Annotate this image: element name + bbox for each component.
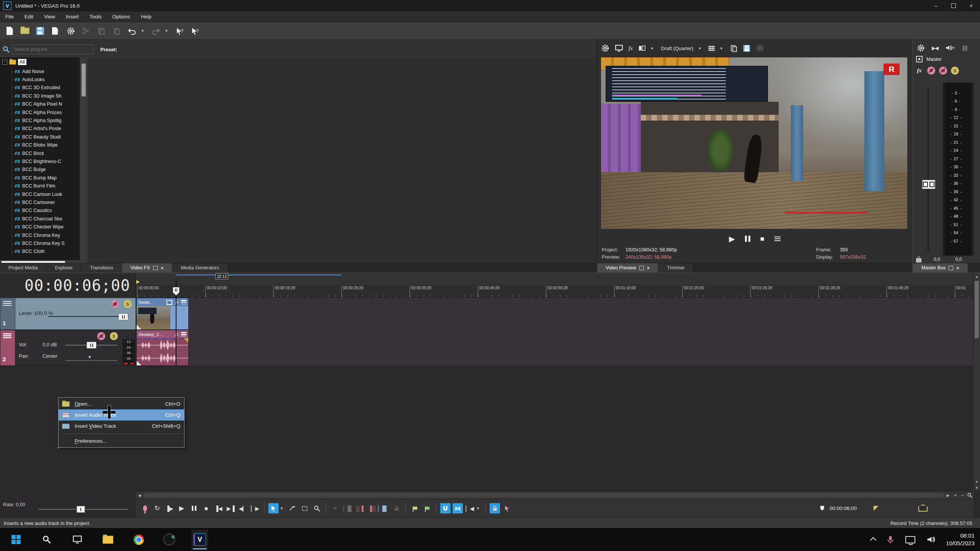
- track-1-mute-button[interactable]: M: [111, 300, 119, 308]
- zoom-in-button[interactable]: +: [952, 491, 959, 499]
- project-properties-button[interactable]: [65, 25, 77, 37]
- downmix-button[interactable]: ▶◀: [932, 45, 938, 51]
- track-2-mute-button[interactable]: M: [97, 332, 105, 340]
- master-fader-handle[interactable]: [922, 180, 935, 189]
- edit-tool-envelope[interactable]: [287, 503, 297, 514]
- plugin-tree-root[interactable]: − All: [0, 57, 87, 67]
- cursor-time-display[interactable]: 00:00:06;00: [830, 505, 857, 511]
- audio-clip-body[interactable]: [137, 338, 188, 365]
- open-button[interactable]: [19, 25, 31, 37]
- zoom-out-button[interactable]: −: [959, 491, 966, 499]
- close-button[interactable]: ×: [962, 0, 980, 11]
- whats-this-help-button[interactable]: ?: [189, 25, 201, 37]
- stop-button[interactable]: ■: [201, 503, 211, 514]
- time-ruler[interactable]: 00:00:00;0000:00:10;0000:00:19;2900:00:2…: [136, 285, 973, 298]
- context-menu-item[interactable]: Preferences...: [59, 435, 184, 447]
- edit-tool-normal[interactable]: [268, 503, 279, 514]
- track-zoom-in-button[interactable]: ▲: [973, 478, 980, 484]
- track-2-lane[interactable]: Desktop_2... fx: [136, 330, 973, 366]
- zoom-tool-button[interactable]: [966, 491, 973, 499]
- plugin-list-vscrollbar[interactable]: [80, 57, 87, 265]
- context-menu-item[interactable]: Open... Ctrl+O: [59, 398, 184, 409]
- taskbar-search-button[interactable]: [38, 530, 55, 549]
- trim-adjacent-button[interactable]: ▏█: [342, 503, 353, 514]
- plugin-item[interactable]: FX BCC Cartooner: [12, 198, 87, 206]
- track-header-2-audio[interactable]: 2 M S Vol: 0,0 dB Pan: Center ▼ 12243648: [0, 330, 136, 366]
- plugin-item[interactable]: FX BCC Bulge: [12, 166, 87, 174]
- plugin-item[interactable]: FX BCC Caustics: [12, 207, 87, 215]
- plugin-item[interactable]: FX BCC Alpha Proces: [12, 108, 87, 116]
- new-project-button[interactable]: [4, 25, 15, 37]
- tray-device-icon[interactable]: [905, 536, 915, 543]
- pan-crop-icon[interactable]: [167, 299, 172, 305]
- lock-event-button[interactable]: [391, 503, 402, 514]
- undo-button[interactable]: [126, 25, 138, 37]
- hscroll-thumb[interactable]: [144, 493, 944, 498]
- paste-button[interactable]: [111, 25, 122, 37]
- redo-dropdown[interactable]: ▾: [165, 28, 170, 33]
- auto-ripple-mode-button[interactable]: ▏◀: [465, 503, 475, 514]
- go-to-start-button[interactable]: ▐◀: [213, 503, 224, 514]
- dock-tab[interactable]: Transitions ×: [82, 263, 122, 272]
- plugin-search-input[interactable]: [11, 44, 93, 54]
- video-clip[interactable]: Deskt... fx: [136, 298, 189, 330]
- scroll-up-button[interactable]: ▲: [973, 273, 980, 280]
- previous-frame-button[interactable]: ◀▏: [238, 503, 248, 514]
- auto-ripple-button[interactable]: ⋈: [452, 503, 463, 514]
- plugin-item[interactable]: FX BCC Brick: [12, 149, 87, 157]
- preview-settings-button[interactable]: [601, 44, 609, 52]
- event-trim-end-button[interactable]: ▐▒: [367, 503, 377, 514]
- volume-envelope[interactable]: [137, 338, 188, 339]
- plugin-item[interactable]: FX BCC Cartoon Look: [12, 190, 87, 198]
- track-2-pan-slider[interactable]: [65, 360, 117, 361]
- track-1-lane[interactable]: Deskt... fx: [136, 298, 973, 330]
- video-clip-body[interactable]: [137, 306, 188, 329]
- bus-square-icon[interactable]: [916, 56, 923, 62]
- plugin-item[interactable]: FX BCC Chroma Key S: [12, 239, 87, 247]
- preview-quality-dropdown[interactable]: Draft (Quarter): [661, 46, 694, 51]
- close-tab-icon[interactable]: ×: [161, 265, 164, 271]
- insert-marker-button[interactable]: [410, 503, 420, 514]
- plugin-item[interactable]: FX BCC Alpha Pixel N: [12, 100, 87, 108]
- overlays-grid-icon[interactable]: [709, 46, 715, 51]
- frame-capture-icon[interactable]: [918, 505, 928, 512]
- audio-clip[interactable]: Desktop_2... fx: [136, 330, 189, 366]
- menu-item[interactable]: Insert: [60, 11, 84, 22]
- play-button[interactable]: ▶: [176, 503, 187, 514]
- plugin-item[interactable]: FX BCC Cloth: [12, 248, 87, 256]
- scroll-left-button[interactable]: ◀: [136, 491, 143, 499]
- automation-settings-button[interactable]: ⚙: [927, 67, 935, 75]
- undo-dropdown[interactable]: ▾: [142, 28, 146, 33]
- scroll-right-button[interactable]: ▶: [944, 491, 952, 499]
- plugin-item[interactable]: FX BCC Burnt Film: [12, 182, 87, 190]
- collapse-icon[interactable]: −: [2, 60, 7, 65]
- save-snapshot-button[interactable]: [743, 45, 750, 52]
- render-as-button[interactable]: ↗: [50, 25, 61, 37]
- plugin-item[interactable]: FX BCC Artist's Poste: [12, 125, 87, 133]
- plugin-item[interactable]: FX BCC Beauty Studi: [12, 133, 87, 141]
- dock-tab[interactable]: Project Media ×: [0, 263, 46, 272]
- track-1-level-slider[interactable]: [48, 316, 129, 317]
- play-from-start-button[interactable]: ▐▶: [164, 503, 175, 514]
- float-window-icon[interactable]: [639, 266, 644, 270]
- plugin-item[interactable]: FX BCC Brightness-C: [12, 157, 87, 165]
- scroll-down-button[interactable]: ▼: [973, 484, 980, 491]
- timeline-time-display[interactable]: 00:00:06;00: [0, 273, 136, 298]
- play-button[interactable]: ▶: [729, 235, 735, 243]
- clip-menu-icon[interactable]: [181, 300, 186, 304]
- overlays-dropdown[interactable]: ▾: [720, 46, 725, 51]
- chrome-button[interactable]: [130, 530, 147, 549]
- edit-tool-selection[interactable]: [299, 503, 310, 514]
- split-screen-dropdown[interactable]: ▾: [651, 46, 656, 51]
- loop-playback-button[interactable]: ↻: [152, 503, 162, 514]
- timeline-hscrollbar[interactable]: ◀ ▶ + −: [136, 491, 973, 499]
- float-window-icon[interactable]: [153, 266, 158, 270]
- plugin-item[interactable]: FX BCC Bump Map: [12, 174, 87, 182]
- dark-app-button[interactable]: [161, 530, 178, 549]
- next-frame-button[interactable]: ▏▶: [250, 503, 260, 514]
- context-menu-item[interactable]: + Insert Video Track Ctrl+Shift+Q: [59, 421, 184, 432]
- menu-item[interactable]: File: [0, 11, 19, 22]
- context-menu-item[interactable]: [59, 432, 184, 435]
- track-2-menu-icon[interactable]: [3, 333, 11, 339]
- plugin-item[interactable]: FX BCC 3D Extruded: [12, 84, 87, 92]
